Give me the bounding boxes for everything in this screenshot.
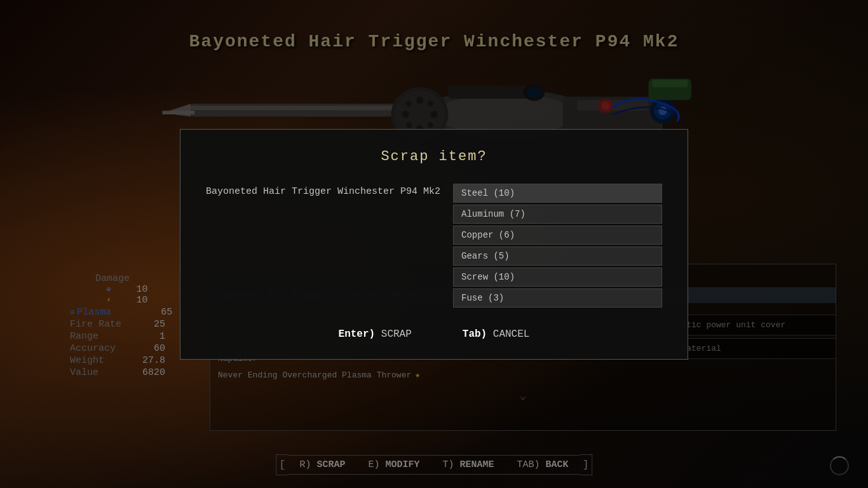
modal-actions: Enter) SCRAP Tab) CANCEL	[206, 329, 662, 340]
cancel-label: CANCEL	[493, 329, 530, 340]
modal-title: Scrap item?	[206, 149, 662, 165]
materials-list: Steel (10) Aluminum (7) Copper (6) Gears…	[453, 184, 662, 309]
modal-content: Bayoneted Hair Trigger Winchester P94 Mk…	[206, 184, 662, 309]
material-name: Aluminum (7)	[461, 209, 526, 219]
cancel-action[interactable]: Tab) CANCEL	[463, 329, 530, 340]
material-row: Fuse (3)	[453, 288, 662, 308]
material-name: Screw (10)	[461, 272, 515, 282]
material-row: Copper (6)	[453, 226, 662, 245]
modal-item-name: Bayoneted Hair Trigger Winchester P94 Mk…	[206, 184, 440, 197]
material-row: Aluminum (7)	[453, 205, 662, 224]
scrap-action[interactable]: Enter) SCRAP	[339, 329, 412, 340]
material-name: Fuse (3)	[461, 293, 504, 303]
scrap-label: SCRAP	[381, 329, 412, 340]
scrap-key: Enter)	[339, 329, 376, 340]
material-row: Steel (10)	[453, 184, 662, 203]
material-name: Copper (6)	[461, 230, 515, 240]
scrap-modal: Scrap item? Bayoneted Hair Trigger Winch…	[180, 129, 688, 360]
material-name: Gears (5)	[461, 251, 510, 261]
material-name: Steel (10)	[461, 188, 515, 198]
material-row: Gears (5)	[453, 247, 662, 266]
material-row: Screw (10)	[453, 268, 662, 287]
modal-overlay: Scrap item? Bayoneted Hair Trigger Winch…	[0, 0, 868, 488]
cancel-key: Tab)	[463, 329, 487, 340]
